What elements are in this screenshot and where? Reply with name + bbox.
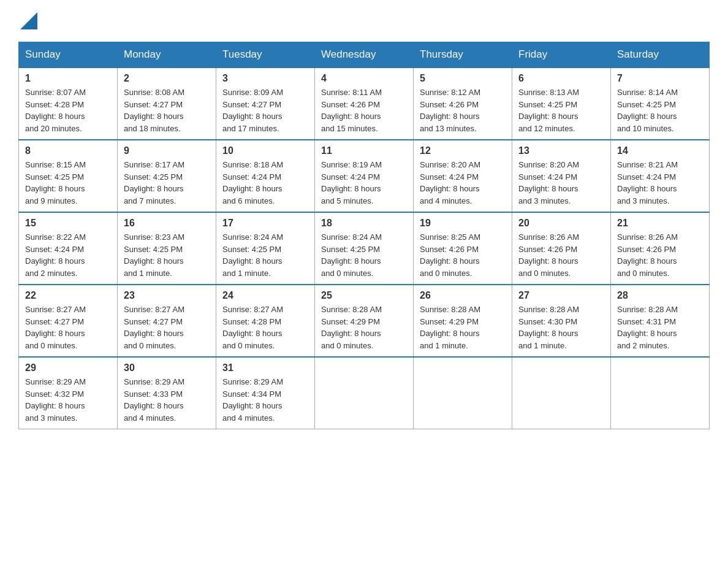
day-number: 3 — [222, 73, 308, 84]
calendar-cell: 9 Sunrise: 8:17 AM Sunset: 4:25 PM Dayli… — [118, 140, 216, 212]
calendar-cell: 1 Sunrise: 8:07 AM Sunset: 4:28 PM Dayli… — [19, 67, 118, 140]
day-info: Sunrise: 8:29 AM Sunset: 4:34 PM Dayligh… — [222, 376, 308, 424]
day-number: 28 — [617, 290, 703, 301]
calendar-cell: 31 Sunrise: 8:29 AM Sunset: 4:34 PM Dayl… — [216, 357, 315, 429]
week-row-3: 15 Sunrise: 8:22 AM Sunset: 4:24 PM Dayl… — [19, 212, 710, 285]
day-number: 6 — [518, 73, 604, 84]
day-info: Sunrise: 8:22 AM Sunset: 4:24 PM Dayligh… — [25, 231, 111, 279]
day-number: 1 — [25, 73, 111, 84]
day-number: 16 — [124, 218, 210, 229]
calendar-cell: 24 Sunrise: 8:27 AM Sunset: 4:28 PM Dayl… — [216, 285, 315, 357]
day-info: Sunrise: 8:07 AM Sunset: 4:28 PM Dayligh… — [25, 86, 111, 134]
day-info: Sunrise: 8:14 AM Sunset: 4:25 PM Dayligh… — [617, 86, 703, 134]
calendar-cell: 17 Sunrise: 8:24 AM Sunset: 4:25 PM Dayl… — [216, 212, 315, 285]
calendar-cell: 13 Sunrise: 8:20 AM Sunset: 4:24 PM Dayl… — [512, 140, 611, 212]
day-number: 29 — [25, 362, 111, 373]
header-tuesday: Tuesday — [216, 42, 315, 68]
calendar-cell: 20 Sunrise: 8:26 AM Sunset: 4:26 PM Dayl… — [512, 212, 611, 285]
day-number: 17 — [222, 218, 308, 229]
day-info: Sunrise: 8:11 AM Sunset: 4:26 PM Dayligh… — [321, 86, 407, 134]
day-number: 19 — [420, 218, 506, 229]
calendar-cell: 23 Sunrise: 8:27 AM Sunset: 4:27 PM Dayl… — [118, 285, 216, 357]
day-info: Sunrise: 8:20 AM Sunset: 4:24 PM Dayligh… — [420, 159, 506, 207]
day-info: Sunrise: 8:15 AM Sunset: 4:25 PM Dayligh… — [25, 159, 111, 207]
day-number: 4 — [321, 73, 407, 84]
day-info: Sunrise: 8:12 AM Sunset: 4:26 PM Dayligh… — [420, 86, 506, 134]
calendar-cell: 30 Sunrise: 8:29 AM Sunset: 4:33 PM Dayl… — [118, 357, 216, 429]
day-number: 2 — [124, 73, 210, 84]
header-friday: Friday — [512, 42, 611, 68]
calendar-cell: 19 Sunrise: 8:25 AM Sunset: 4:26 PM Dayl… — [414, 212, 512, 285]
calendar-cell — [512, 357, 611, 429]
day-number: 27 — [518, 290, 604, 301]
day-number: 7 — [617, 73, 703, 84]
header-monday: Monday — [118, 42, 216, 68]
calendar-cell: 27 Sunrise: 8:28 AM Sunset: 4:30 PM Dayl… — [512, 285, 611, 357]
day-info: Sunrise: 8:09 AM Sunset: 4:27 PM Dayligh… — [222, 86, 308, 134]
day-number: 8 — [25, 145, 111, 156]
day-number: 18 — [321, 218, 407, 229]
calendar-cell: 3 Sunrise: 8:09 AM Sunset: 4:27 PM Dayli… — [216, 67, 315, 140]
day-number: 20 — [518, 218, 604, 229]
day-number: 5 — [420, 73, 506, 84]
day-info: Sunrise: 8:23 AM Sunset: 4:25 PM Dayligh… — [124, 231, 210, 279]
day-number: 31 — [222, 362, 308, 373]
calendar-cell — [611, 357, 710, 429]
calendar-cell: 28 Sunrise: 8:28 AM Sunset: 4:31 PM Dayl… — [611, 285, 710, 357]
logo-triangle-icon — [20, 12, 37, 29]
calendar-header-row: SundayMondayTuesdayWednesdayThursdayFrid… — [19, 42, 710, 68]
day-info: Sunrise: 8:26 AM Sunset: 4:26 PM Dayligh… — [518, 231, 604, 279]
day-info: Sunrise: 8:17 AM Sunset: 4:25 PM Dayligh… — [124, 159, 210, 207]
day-info: Sunrise: 8:28 AM Sunset: 4:30 PM Dayligh… — [518, 304, 604, 351]
logo — [18, 12, 37, 29]
calendar-cell: 5 Sunrise: 8:12 AM Sunset: 4:26 PM Dayli… — [414, 67, 512, 140]
calendar-cell: 4 Sunrise: 8:11 AM Sunset: 4:26 PM Dayli… — [315, 67, 414, 140]
day-info: Sunrise: 8:25 AM Sunset: 4:26 PM Dayligh… — [420, 231, 506, 279]
svg-marker-0 — [20, 12, 37, 29]
day-number: 23 — [124, 290, 210, 301]
day-number: 11 — [321, 145, 407, 156]
day-info: Sunrise: 8:27 AM Sunset: 4:27 PM Dayligh… — [25, 304, 111, 351]
calendar-cell: 21 Sunrise: 8:26 AM Sunset: 4:26 PM Dayl… — [611, 212, 710, 285]
day-info: Sunrise: 8:28 AM Sunset: 4:29 PM Dayligh… — [321, 304, 407, 351]
calendar-cell: 18 Sunrise: 8:24 AM Sunset: 4:25 PM Dayl… — [315, 212, 414, 285]
day-info: Sunrise: 8:19 AM Sunset: 4:24 PM Dayligh… — [321, 159, 407, 207]
day-info: Sunrise: 8:26 AM Sunset: 4:26 PM Dayligh… — [617, 231, 703, 279]
calendar-cell: 2 Sunrise: 8:08 AM Sunset: 4:27 PM Dayli… — [118, 67, 216, 140]
week-row-1: 1 Sunrise: 8:07 AM Sunset: 4:28 PM Dayli… — [19, 67, 710, 140]
calendar-cell: 12 Sunrise: 8:20 AM Sunset: 4:24 PM Dayl… — [414, 140, 512, 212]
header-saturday: Saturday — [611, 42, 710, 68]
header-sunday: Sunday — [19, 42, 118, 68]
day-number: 10 — [222, 145, 308, 156]
day-number: 13 — [518, 145, 604, 156]
header-thursday: Thursday — [414, 42, 512, 68]
day-info: Sunrise: 8:08 AM Sunset: 4:27 PM Dayligh… — [124, 86, 210, 134]
day-number: 26 — [420, 290, 506, 301]
week-row-2: 8 Sunrise: 8:15 AM Sunset: 4:25 PM Dayli… — [19, 140, 710, 212]
day-info: Sunrise: 8:27 AM Sunset: 4:28 PM Dayligh… — [222, 304, 308, 351]
calendar-cell: 26 Sunrise: 8:28 AM Sunset: 4:29 PM Dayl… — [414, 285, 512, 357]
calendar-cell: 7 Sunrise: 8:14 AM Sunset: 4:25 PM Dayli… — [611, 67, 710, 140]
day-number: 15 — [25, 218, 111, 229]
day-number: 14 — [617, 145, 703, 156]
calendar-cell: 16 Sunrise: 8:23 AM Sunset: 4:25 PM Dayl… — [118, 212, 216, 285]
header-wednesday: Wednesday — [315, 42, 414, 68]
day-info: Sunrise: 8:24 AM Sunset: 4:25 PM Dayligh… — [222, 231, 308, 279]
calendar-cell: 15 Sunrise: 8:22 AM Sunset: 4:24 PM Dayl… — [19, 212, 118, 285]
calendar-cell: 14 Sunrise: 8:21 AM Sunset: 4:24 PM Dayl… — [611, 140, 710, 212]
calendar-cell: 10 Sunrise: 8:18 AM Sunset: 4:24 PM Dayl… — [216, 140, 315, 212]
day-number: 12 — [420, 145, 506, 156]
day-number: 9 — [124, 145, 210, 156]
week-row-5: 29 Sunrise: 8:29 AM Sunset: 4:32 PM Dayl… — [19, 357, 710, 429]
calendar-cell — [315, 357, 414, 429]
day-info: Sunrise: 8:20 AM Sunset: 4:24 PM Dayligh… — [518, 159, 604, 207]
calendar-cell: 6 Sunrise: 8:13 AM Sunset: 4:25 PM Dayli… — [512, 67, 611, 140]
day-info: Sunrise: 8:27 AM Sunset: 4:27 PM Dayligh… — [124, 304, 210, 351]
week-row-4: 22 Sunrise: 8:27 AM Sunset: 4:27 PM Dayl… — [19, 285, 710, 357]
day-info: Sunrise: 8:18 AM Sunset: 4:24 PM Dayligh… — [222, 159, 308, 207]
day-info: Sunrise: 8:13 AM Sunset: 4:25 PM Dayligh… — [518, 86, 604, 134]
day-info: Sunrise: 8:28 AM Sunset: 4:29 PM Dayligh… — [420, 304, 506, 351]
day-number: 25 — [321, 290, 407, 301]
calendar-cell: 22 Sunrise: 8:27 AM Sunset: 4:27 PM Dayl… — [19, 285, 118, 357]
day-number: 24 — [222, 290, 308, 301]
